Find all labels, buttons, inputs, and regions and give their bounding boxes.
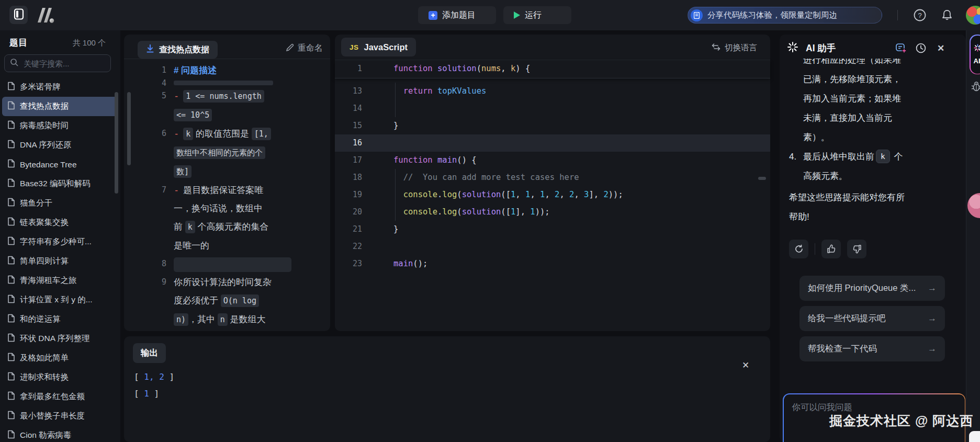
ai-suggestion-chip[interactable]: 给我一些代码提示吧→ <box>799 306 945 331</box>
arrow-right-icon: → <box>928 313 937 324</box>
sidebar-toggle-button[interactable] <box>9 6 28 24</box>
sidebar-item[interactable]: 最小替换子串长度 <box>2 406 118 426</box>
sidebar-item[interactable]: Base32 编码和解码 <box>2 174 118 194</box>
sidebar-item-label: DNA 序列还原 <box>20 140 71 151</box>
user-avatar[interactable] <box>966 6 980 25</box>
floating-widget-button[interactable] <box>969 431 980 442</box>
problem-tab-label: 查找热点数据 <box>159 44 209 55</box>
line-number: 20 <box>335 203 376 221</box>
promo-banner[interactable]: 分享代码练习体验，领限量定制周边 <box>688 7 882 24</box>
thumbs-down-button[interactable] <box>847 240 866 258</box>
sidebar-item[interactable]: 计算位置 x 到 y 的... <box>2 290 118 310</box>
line-number <box>124 199 174 218</box>
app-logo[interactable] <box>35 7 58 24</box>
line-number: 18 <box>335 169 376 186</box>
notifications-bell-button[interactable] <box>940 8 954 22</box>
ai-message-line: 已满，先移除堆顶元素， <box>789 70 952 89</box>
document-icon <box>7 82 15 93</box>
rename-button[interactable]: 重命名 <box>286 43 323 54</box>
markdown-line: 一，换句话说，数组中 <box>124 199 330 218</box>
close-ai-panel-icon[interactable]: ✕ <box>934 42 947 54</box>
sidebar-item[interactable]: 青海湖租车之旅 <box>2 271 118 290</box>
sidebar-scrollbar[interactable] <box>115 92 118 194</box>
sidebar-item[interactable]: 进制求和转换 <box>2 368 118 387</box>
add-problem-button[interactable]: + 添加题目 <box>418 6 496 24</box>
sidebar-item[interactable]: DNA 序列还原 <box>2 135 118 155</box>
ai-suggestion-chip[interactable]: 帮我检查一下代码→ <box>799 336 945 361</box>
sidebar-item-label: 链表聚集交换 <box>20 217 69 228</box>
document-icon <box>7 333 15 344</box>
sidebar-item[interactable]: 简单四则计算 <box>2 252 118 271</box>
markdown-line: <= 10^5 <box>124 106 330 124</box>
document-icon <box>7 178 15 189</box>
search-input[interactable] <box>22 59 103 69</box>
sidebar-item-label: 环状 DNA 序列整理 <box>20 333 89 344</box>
inline-code-chip: k <box>876 150 890 163</box>
sidebar-item[interactable]: 字符串有多少种可... <box>2 232 118 252</box>
sidebar-item[interactable]: 病毒感染时间 <box>2 116 118 135</box>
markdown-line: 度必须优于 O(n log <box>124 291 330 310</box>
problem-description-panel: 查找热点数据 重命名 1# 问题描述45-1 <= nums.length<= … <box>124 35 330 331</box>
sidebar-item[interactable]: Cion 勒索病毒 <box>2 426 118 442</box>
ai-list-item: 4. 最后从堆中取出前k 个 <box>789 147 952 166</box>
output-console: [ 1, 2 ][ 1 ] <box>134 369 174 402</box>
switch-language-button[interactable]: 切换语言 <box>712 42 757 53</box>
run-button[interactable]: 运行 <box>503 6 571 24</box>
toolbar-divider <box>815 243 815 255</box>
sidebar-item-label: 青海湖租车之旅 <box>20 275 77 286</box>
sidebar-item-label: 查找热点数据 <box>20 101 69 112</box>
sidebar-item[interactable]: 和的逆运算 <box>2 310 118 329</box>
sidebar-item-label: 简单四则计算 <box>20 256 69 267</box>
line-number: 15 <box>335 117 376 134</box>
document-icon <box>7 140 15 151</box>
ai-assistant-panel: AI 助手 ✕ 进行相应的处理（如果堆 已满，先移除堆顶元素，再加入当前元素；如… <box>780 35 966 442</box>
rename-label: 重命名 <box>298 43 323 54</box>
code-line: 20 console.log(solution([1], 1)); <box>335 203 770 221</box>
play-icon <box>514 12 520 19</box>
sidebar-item-label: 最小替换子串长度 <box>20 411 85 422</box>
markdown-editor[interactable]: 1# 问题描述45-1 <= nums.length<= 10^56-k 的取值… <box>124 59 330 331</box>
close-output-icon[interactable]: ✕ <box>740 359 751 371</box>
sidebar-item[interactable]: 查找热点数据 <box>2 97 118 116</box>
sidebar-item[interactable]: 多米诺骨牌 <box>2 77 118 97</box>
regenerate-button[interactable] <box>789 240 808 258</box>
code-editor[interactable]: 13 return topKValues1415}1617function ma… <box>335 83 770 331</box>
code-line: 23main(); <box>335 255 770 273</box>
line-number <box>124 310 174 329</box>
thumbs-up-button[interactable] <box>821 240 841 258</box>
document-icon <box>7 101 15 112</box>
ai-rail-toggle-button[interactable]: AI <box>970 35 980 74</box>
problem-tab[interactable]: 查找热点数据 <box>138 41 218 59</box>
output-panel: 输出 ✕ [ 1, 2 ][ 1 ] <box>124 336 770 442</box>
arrow-right-icon: → <box>928 344 937 354</box>
sidebar-item[interactable]: Bytedance Tree <box>2 155 118 174</box>
history-icon[interactable] <box>915 42 927 54</box>
sidebar-item[interactable]: 猫鱼分干 <box>2 194 118 213</box>
language-tab[interactable]: JS JavaScript <box>341 38 416 56</box>
debug-bug-icon[interactable] <box>971 81 980 94</box>
search-box[interactable] <box>4 54 111 72</box>
code-line: 22 <box>335 238 770 255</box>
document-icon <box>7 411 15 422</box>
sidebar-item-label: 计算位置 x 到 y 的... <box>20 294 93 305</box>
new-chat-icon[interactable] <box>895 42 907 54</box>
output-tab[interactable]: 输出 <box>133 343 166 363</box>
ai-message: 进行相应的处理（如果堆 已满，先移除堆顶元素，再加入当前元素；如果堆未满，直接加… <box>789 59 952 229</box>
ai-suggestion-chip[interactable]: 如何使用 PriorityQueue 类...→ <box>799 276 945 301</box>
sidebar-title: 题目 <box>9 37 27 49</box>
line-number: 22 <box>335 238 376 255</box>
markdown-scrollbar[interactable] <box>127 92 131 165</box>
sidebar-item[interactable]: 链表聚集交换 <box>2 213 118 232</box>
code-line: 18 // You can add more test cases here <box>335 169 770 186</box>
markdown-line: n)，其中 n 是数组大 <box>124 310 330 329</box>
sidebar-item-label: 和的逆运算 <box>20 314 61 325</box>
sidebar-item[interactable]: 及格如此简单 <box>2 348 118 368</box>
line-number: 13 <box>335 83 376 100</box>
sidebar-item[interactable]: 环状 DNA 序列整理 <box>2 329 118 348</box>
ai-message-line-clipped: 进行相应的处理（如果堆 <box>789 59 952 70</box>
sidebar-item[interactable]: 拿到最多红包金额 <box>2 387 118 406</box>
help-button[interactable]: ? <box>913 8 927 22</box>
watermark-text: 掘金技术社区 @ 阿达西 <box>829 412 980 429</box>
markdown-line: 前 k 个高频元素的集合 <box>124 218 330 236</box>
sticky-code-line: 1function solution(nums, k) { <box>335 60 770 78</box>
